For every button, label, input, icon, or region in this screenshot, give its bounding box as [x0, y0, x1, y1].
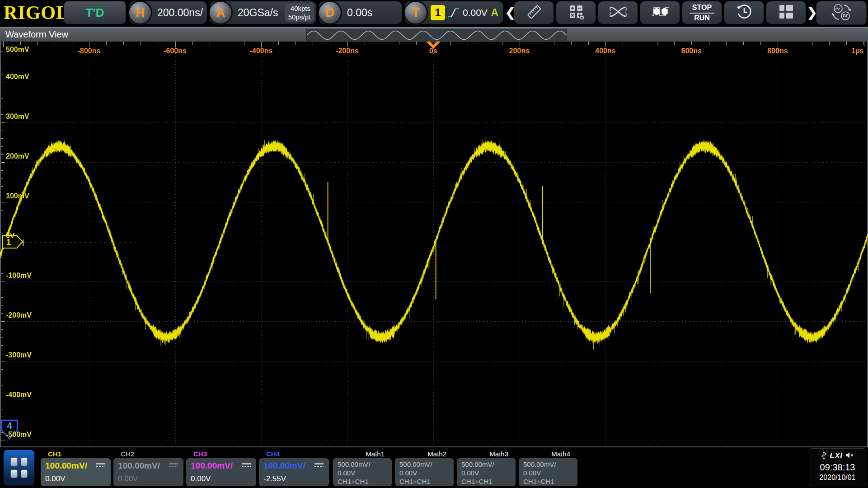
channel-scale: 100.00mV/	[45, 461, 87, 471]
oscilloscope-screen: RIGOL T'D H 200.00ns/ A 20GSa/s 40kpts 5…	[0, 0, 868, 488]
x-axis-label: -600ns	[164, 47, 187, 55]
x-axis-label: -800ns	[78, 47, 101, 55]
display-switch-button[interactable]	[816, 1, 867, 25]
bottom-status-bar: CH1 100.00mV/ 0.00V CH2 100.0	[0, 447, 868, 488]
bus-decode-icon	[651, 4, 670, 22]
x-axis-label: -200ns	[336, 47, 359, 55]
record-preview-strip[interactable]	[306, 29, 567, 41]
math-button[interactable]: M	[556, 1, 596, 24]
top-toolbar: RIGOL T'D H 200.00ns/ A 20GSa/s 40kpts 5…	[0, 0, 868, 27]
menu-grid-icon	[10, 469, 18, 479]
dc-coupling-icon	[241, 462, 252, 470]
x-axis-label: 800ns	[767, 47, 788, 55]
math-card-math2[interactable]: Math2 500.00mV/ 0.00V CH1+CH1	[395, 449, 454, 486]
x-axis-label: 400ns	[595, 47, 615, 55]
math-offset: 0.00V	[338, 469, 387, 477]
waveform-canvas[interactable]	[0, 42, 868, 447]
calculator-icon: M	[568, 3, 585, 22]
display-switch-icon	[831, 3, 851, 23]
math-offset: 0.00V	[523, 469, 573, 477]
math-card-math1[interactable]: Math1 500.00mV/ 0.00V CH1+CH1	[333, 449, 392, 486]
dc-coupling-icon	[95, 462, 106, 470]
memory-depth-block: 40kpts 50ps/pt	[285, 3, 314, 22]
trigger-sweep-mode: A	[491, 1, 498, 24]
math-scale: 500.00mV/	[338, 460, 387, 469]
math-expression: CH1+CH1	[399, 477, 449, 486]
math-expression: CH1+CH1	[461, 477, 511, 486]
y-axis-label: 300mV	[6, 113, 29, 121]
math-label: Math2	[422, 449, 451, 459]
math-offset: 0.00V	[399, 469, 449, 477]
horizontal-key-badge: H	[128, 0, 152, 25]
channel-scale: 100.00mV/	[263, 461, 305, 471]
y-axis-label: -300mV	[6, 351, 32, 359]
decode-button[interactable]	[640, 1, 680, 24]
x-axis-label: 0s	[429, 47, 437, 55]
windows-grid-icon	[778, 3, 794, 22]
system-status-block[interactable]: LXI 09:38:13 2020/10/01	[809, 448, 866, 486]
channel-label: CH3	[193, 450, 207, 458]
delay-pill[interactable]: D 0.00s	[319, 1, 402, 24]
y-axis-label: 500mV	[6, 46, 29, 54]
main-menu-button[interactable]	[3, 449, 35, 486]
delay-key-badge: D	[318, 0, 342, 25]
x-axis-label: 200ns	[509, 47, 530, 55]
usb-icon	[821, 450, 827, 461]
trigger-status-label: T'D	[86, 6, 104, 20]
lxi-badge: LXI	[830, 451, 843, 460]
trigger-level-value: 0.00V	[463, 1, 488, 24]
trigger-status-button[interactable]: T'D	[64, 1, 126, 24]
trigger-key-badge: T	[404, 0, 428, 25]
math-card-math3[interactable]: Math3 500.00mV/ 0.00V CH1+CH1	[457, 449, 516, 486]
y-axis-label: -200mV	[6, 311, 32, 319]
channel-label: CH1	[48, 450, 61, 458]
horizontal-scale-pill[interactable]: H 200.00ns/	[129, 1, 207, 24]
trigger-position-marker-notch	[430, 42, 436, 45]
channel-card-ch2[interactable]: CH2 100.00mV/ 0.00V	[113, 449, 183, 486]
sample-rate-value: 20GSa/s	[238, 1, 278, 24]
speaker-muted-icon	[845, 452, 854, 460]
memory-depth-value: 40kpts	[288, 4, 310, 13]
history-button[interactable]	[724, 1, 764, 24]
waveform-view-title: Waveform View	[5, 29, 68, 40]
y-axis-label: -400mV	[6, 391, 32, 399]
y-axis-label: -500mV	[6, 431, 32, 439]
delay-value: 0.00s	[347, 1, 372, 24]
channel-card-ch3[interactable]: CH3 100.00mV/ 0.00V	[186, 449, 256, 486]
run-stop-button[interactable]: STOP RUN	[682, 1, 722, 24]
horizontal-scale-value: 200.00ns/	[157, 1, 203, 24]
system-date: 2020/10/01	[809, 474, 866, 482]
rigol-logo: RIGOL	[4, 2, 69, 24]
math-scale: 500.00mV/	[399, 460, 449, 469]
measure-button[interactable]	[514, 1, 554, 24]
y-axis-label: 100mV	[6, 192, 29, 200]
rising-edge-icon	[446, 5, 460, 23]
channel-card-ch1[interactable]: CH1 100.00mV/ 0.00V	[41, 449, 111, 486]
x-axis-label: 1µs	[851, 47, 863, 55]
x-axis-label: 600ns	[681, 47, 702, 55]
channel-offset: 0.00V	[191, 474, 252, 483]
math-card-math4[interactable]: Math4 500.00mV/ 0.00V CH1+CH1	[519, 449, 577, 486]
channel-label: CH4	[266, 450, 280, 458]
channel-label: CH2	[121, 450, 134, 458]
trigger-pill[interactable]: T 1 0.00V A	[405, 1, 503, 24]
math-offset: 0.00V	[461, 469, 511, 477]
run-stop-label: STOP RUN	[690, 3, 714, 23]
channel-offset: -2.55V	[263, 474, 324, 483]
graticule-area[interactable]: 1 4 -800ns-600ns-400ns-200ns0s200ns400ns…	[0, 42, 868, 447]
math-label: Math4	[546, 449, 575, 459]
channel-card-ch4[interactable]: CH4 100.00mV/ -2.55V	[259, 449, 329, 486]
y-axis-label: -100mV	[6, 272, 32, 280]
waveform-view-titlebar: Waveform View	[0, 27, 868, 42]
record-preview-waveform	[307, 29, 567, 41]
eye-diagram-icon	[609, 4, 627, 22]
menu-grid-icon	[21, 469, 28, 479]
math-scale: 500.00mV/	[461, 460, 511, 469]
eye-jitter-button[interactable]	[598, 1, 638, 24]
windows-button[interactable]	[766, 1, 806, 24]
acquire-pill[interactable]: A 20GSa/s 40kpts 50ps/pt	[210, 1, 316, 24]
system-time: 09:38:13	[809, 462, 866, 473]
y-axis-label: 400mV	[6, 73, 29, 81]
svg-text:4: 4	[7, 421, 12, 431]
math-scale: 500.00mV/	[523, 460, 573, 469]
